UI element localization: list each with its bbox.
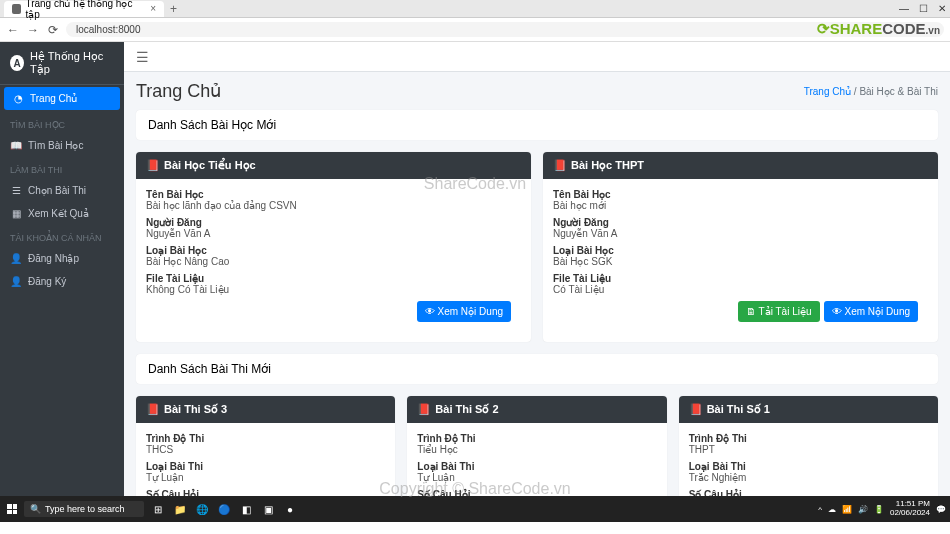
book-icon: 📕 bbox=[553, 159, 567, 172]
eye-icon: 👁 bbox=[832, 306, 842, 317]
label-type: Loại Bài Học bbox=[553, 245, 928, 256]
value-type: Bài Học SGK bbox=[553, 256, 928, 267]
main-content: ☰ Trang Chủ Trang Chủ / Bài Học & Bài Th… bbox=[124, 42, 950, 496]
breadcrumb: Trang Chủ / Bài Học & Bài Thi bbox=[804, 86, 938, 97]
search-icon: 🔍 bbox=[30, 504, 41, 514]
reload-icon[interactable]: ⟳ bbox=[46, 23, 60, 37]
value-file: Không Có Tài Liệu bbox=[146, 284, 521, 295]
label-file: File Tài Liệu bbox=[146, 273, 521, 284]
maximize-icon[interactable]: ☐ bbox=[919, 3, 928, 14]
system-tray: ^ ☁ 📶 🔊 🔋 11:51 PM 02/06/2024 💬 bbox=[818, 500, 946, 518]
sidebar-item-view-results[interactable]: ▦ Xem Kết Quả bbox=[0, 202, 124, 225]
taskbar-apps: ⊞ 📁 🌐 🔵 ◧ ▣ ● bbox=[148, 499, 300, 519]
book-icon: 📕 bbox=[146, 403, 160, 416]
tab-title: Trang chủ hệ thống học tập bbox=[25, 0, 142, 20]
minimize-icon[interactable]: — bbox=[899, 3, 909, 14]
new-tab-button[interactable]: + bbox=[166, 2, 181, 16]
sidebar-item-login[interactable]: 👤 Đăng Nhập bbox=[0, 247, 124, 270]
nav-label: Trang Chủ bbox=[30, 93, 77, 104]
start-button[interactable] bbox=[4, 501, 20, 517]
card-header: 📕Bài Thi Số 2 bbox=[407, 396, 666, 423]
windows-taskbar: 🔍 Type here to search ⊞ 📁 🌐 🔵 ◧ ▣ ● ^ ☁ … bbox=[0, 496, 950, 522]
task-view-icon[interactable]: ⊞ bbox=[148, 499, 168, 519]
sidebar: A Hệ Thống Học Tập ◔ Trang Chủ TÌM BÀI H… bbox=[0, 42, 124, 496]
sidebar-item-register[interactable]: 👤 Đăng Ký bbox=[0, 270, 124, 293]
download-button[interactable]: 🗎Tải Tài Liệu bbox=[738, 301, 820, 322]
view-content-button[interactable]: 👁Xem Nội Dung bbox=[417, 301, 511, 322]
list-icon: ☰ bbox=[10, 185, 22, 196]
taskbar-search[interactable]: 🔍 Type here to search bbox=[24, 501, 144, 517]
app-icon[interactable]: ● bbox=[280, 499, 300, 519]
book-icon: 📕 bbox=[417, 403, 431, 416]
view-content-button[interactable]: 👁Xem Nội Dung bbox=[824, 301, 918, 322]
close-tab-icon[interactable]: × bbox=[150, 3, 156, 14]
nav-section-search: TÌM BÀI HỌC bbox=[0, 112, 124, 134]
value-exam-type: Tự Luận bbox=[146, 472, 385, 483]
explorer-icon[interactable]: 📁 bbox=[170, 499, 190, 519]
close-icon[interactable]: ✕ bbox=[938, 3, 946, 14]
value-lesson-name: Bài học mới bbox=[553, 200, 928, 211]
label-file: File Tài Liệu bbox=[553, 273, 928, 284]
nav-label: Chọn Bài Thi bbox=[28, 185, 86, 196]
chrome-icon[interactable]: 🔵 bbox=[214, 499, 234, 519]
user-plus-icon: 👤 bbox=[10, 276, 22, 287]
grid-icon: ▦ bbox=[10, 208, 22, 219]
url-text: localhost:8000 bbox=[76, 24, 141, 35]
forward-icon[interactable]: → bbox=[26, 23, 40, 37]
hamburger-icon[interactable]: ☰ bbox=[136, 49, 149, 65]
label-poster: Người Đăng bbox=[146, 217, 521, 228]
edge-icon[interactable]: 🌐 bbox=[192, 499, 212, 519]
sidebar-brand[interactable]: A Hệ Thống Học Tập bbox=[0, 42, 124, 85]
exam-card: 📕Bài Thi Số 2 Trình Độ ThiTiểu Học Loại … bbox=[407, 396, 666, 496]
card-header: 📕 Bài Học Tiểu Học bbox=[136, 152, 531, 179]
value-level: THCS bbox=[146, 444, 385, 455]
value-poster: Nguyễn Văn A bbox=[553, 228, 928, 239]
windows-logo-icon bbox=[7, 504, 17, 514]
url-bar[interactable]: localhost:8000 bbox=[66, 22, 944, 37]
value-type: Bài Học Nâng Cao bbox=[146, 256, 521, 267]
nav-label: Xem Kết Quả bbox=[28, 208, 89, 219]
wifi-icon[interactable]: 📶 bbox=[842, 505, 852, 514]
back-icon[interactable]: ← bbox=[6, 23, 20, 37]
window-controls: — ☐ ✕ bbox=[899, 3, 946, 14]
value-file: Có Tài Liệu bbox=[553, 284, 928, 295]
section-title-exams: Danh Sách Bài Thi Mới bbox=[136, 354, 938, 384]
label-lesson-name: Tên Bài Học bbox=[553, 189, 928, 200]
label-exam-type: Loại Bài Thi bbox=[146, 461, 385, 472]
value-lesson-name: Bài học lãnh đạo của đảng CSVN bbox=[146, 200, 521, 211]
content-header: Trang Chủ Trang Chủ / Bài Học & Bài Thi bbox=[124, 72, 950, 110]
gauge-icon: ◔ bbox=[12, 93, 24, 104]
volume-icon[interactable]: 🔊 bbox=[858, 505, 868, 514]
book-icon: 📖 bbox=[10, 140, 22, 151]
sidebar-item-search-lesson[interactable]: 📖 Tìm Bài Học bbox=[0, 134, 124, 157]
book-icon: 📕 bbox=[146, 159, 160, 172]
sidebar-item-home[interactable]: ◔ Trang Chủ bbox=[4, 87, 120, 110]
battery-icon[interactable]: 🔋 bbox=[874, 505, 884, 514]
terminal-icon[interactable]: ▣ bbox=[258, 499, 278, 519]
label-questions: Số Câu Hỏi bbox=[146, 489, 385, 496]
chevron-up-icon[interactable]: ^ bbox=[818, 505, 822, 514]
nav-section-exam: LÀM BÀI THI bbox=[0, 157, 124, 179]
favicon-icon bbox=[12, 4, 21, 14]
notifications-icon[interactable]: 💬 bbox=[936, 505, 946, 514]
label-type: Loại Bài Học bbox=[146, 245, 521, 256]
eye-icon: 👁 bbox=[425, 306, 435, 317]
onedrive-icon[interactable]: ☁ bbox=[828, 505, 836, 514]
nav-label: Tìm Bài Học bbox=[28, 140, 83, 151]
lesson-card: 📕 Bài Học Tiểu Học Tên Bài HọcBài học lã… bbox=[136, 152, 531, 342]
taskbar-clock[interactable]: 11:51 PM 02/06/2024 bbox=[890, 500, 930, 518]
browser-tab[interactable]: Trang chủ hệ thống học tập × bbox=[4, 1, 164, 17]
user-icon: 👤 bbox=[10, 253, 22, 264]
exam-card: 📕Bài Thi Số 3 Trình Độ ThiTHCS Loại Bài … bbox=[136, 396, 395, 496]
breadcrumb-home[interactable]: Trang Chủ bbox=[804, 86, 851, 97]
card-header: 📕Bài Thi Số 3 bbox=[136, 396, 395, 423]
brand-text: Hệ Thống Học Tập bbox=[30, 50, 114, 76]
file-icon: 🗎 bbox=[746, 306, 756, 317]
vscode-icon[interactable]: ◧ bbox=[236, 499, 256, 519]
sidebar-item-choose-exam[interactable]: ☰ Chọn Bài Thi bbox=[0, 179, 124, 202]
label-lesson-name: Tên Bài Học bbox=[146, 189, 521, 200]
watermark-logo: ⟳SHARECODE.vn bbox=[817, 20, 940, 38]
search-placeholder: Type here to search bbox=[45, 504, 125, 514]
breadcrumb-current: Bài Học & Bài Thi bbox=[859, 86, 938, 97]
value-poster: Nguyễn Văn A bbox=[146, 228, 521, 239]
